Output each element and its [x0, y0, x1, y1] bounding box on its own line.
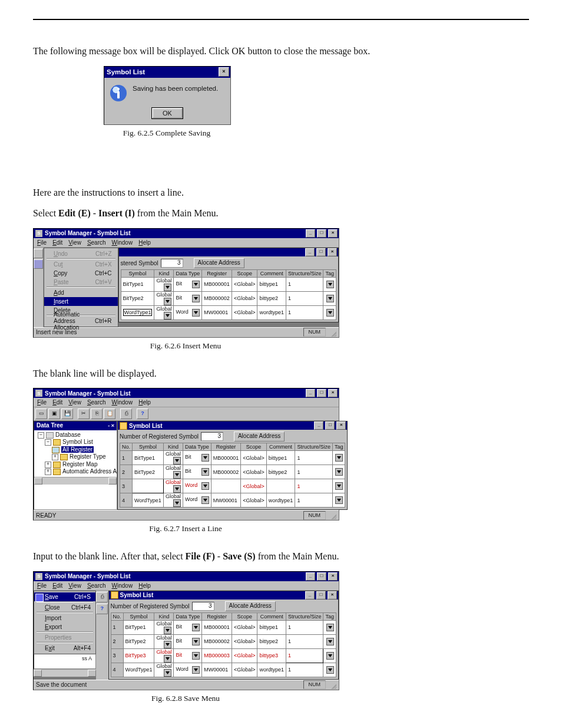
tree-expand-icon[interactable]: + [45, 469, 51, 475]
child-min-icon[interactable]: _ [314, 421, 323, 430]
col-symbol[interactable]: Symbol [123, 612, 154, 620]
chevron-down-icon[interactable] [201, 482, 209, 490]
maximize-icon[interactable]: □ [317, 389, 326, 397]
col-comment[interactable]: Comment [257, 269, 286, 277]
col-register[interactable]: Register [202, 612, 232, 620]
menu-edit[interactable]: Edit [52, 399, 62, 406]
col-tag[interactable]: Tag [323, 612, 336, 620]
chevron-down-icon[interactable] [164, 669, 171, 677]
col-scope[interactable]: Scope [232, 269, 257, 277]
chevron-down-icon[interactable] [326, 295, 334, 302]
chevron-down-icon[interactable] [201, 454, 209, 462]
table-row[interactable]: WordType1 Global Word MW00001 <Global> w… [121, 305, 336, 319]
tool-btn[interactable] [34, 249, 43, 258]
allocate-address-button[interactable]: Alocate Address [225, 601, 276, 611]
chevron-down-icon[interactable] [173, 457, 181, 465]
maximize-icon[interactable]: □ [317, 229, 326, 238]
tool-copy-icon[interactable]: ⎘ [91, 409, 103, 419]
chevron-down-icon[interactable] [164, 641, 171, 648]
tree-collapse-icon[interactable]: − [38, 432, 44, 439]
chevron-down-icon[interactable] [335, 482, 343, 490]
chevron-down-icon[interactable] [326, 309, 334, 317]
col-structure-size[interactable]: Structure/Size [295, 443, 333, 451]
col-dtype[interactable]: Data Type [174, 269, 202, 277]
col-dtype[interactable]: Data Type [183, 443, 211, 451]
col-structure-size[interactable]: Structure/Size [286, 612, 323, 620]
menu-save[interactable]: SaveCtrl+S [34, 592, 95, 601]
chevron-down-icon[interactable] [192, 652, 200, 660]
col-comment[interactable]: Comment [266, 443, 295, 451]
tree-scrollbar[interactable] [34, 477, 117, 485]
tree-collapse-icon[interactable]: − [45, 439, 51, 446]
allocate-address-button[interactable]: Alocate Address [234, 431, 285, 442]
tree-node-register-map[interactable]: Register Map [62, 461, 97, 467]
child-close-icon[interactable]: × [328, 591, 337, 599]
menu-properties[interactable]: Properties [34, 633, 95, 642]
table-row[interactable]: 4 WordType1 Global Word MW00001 <Global>… [120, 493, 345, 508]
chevron-down-icon[interactable] [192, 624, 200, 631]
close-icon[interactable]: × [328, 389, 338, 397]
chevron-down-icon[interactable] [201, 496, 209, 504]
chevron-down-icon[interactable] [192, 309, 200, 317]
menu-close[interactable]: CloseCtrl+F4 [34, 603, 95, 612]
child-min-icon[interactable]: _ [305, 248, 315, 256]
tree-node-register-type[interactable]: Register Type [70, 453, 106, 460]
menu-edit[interactable]: Edit [52, 582, 62, 589]
tool-open-icon[interactable]: ▣ [48, 409, 60, 419]
menu-window[interactable]: Window [112, 399, 133, 406]
chevron-down-icon[interactable] [326, 281, 334, 288]
menu-help[interactable]: Help [138, 582, 151, 589]
col-register[interactable]: Register [202, 269, 232, 277]
col-comment[interactable]: Comment [257, 612, 286, 620]
chevron-down-icon[interactable] [173, 485, 181, 493]
close-icon[interactable]: × [328, 229, 338, 238]
chevron-down-icon[interactable] [164, 284, 171, 291]
menu-search[interactable]: Search [87, 582, 106, 589]
chevron-down-icon[interactable] [326, 652, 334, 660]
chevron-down-icon[interactable] [335, 468, 343, 476]
child-close-icon[interactable]: × [328, 248, 337, 256]
tool-new-icon[interactable]: ▭ [35, 409, 47, 419]
resize-grip-icon[interactable] [328, 511, 336, 519]
col-scope[interactable]: Scope [241, 443, 267, 451]
table-row[interactable]: BitType2 Global Bit MB000002 <Global> bi… [121, 291, 336, 305]
chevron-down-icon[interactable] [192, 638, 200, 645]
col-register[interactable]: Register [211, 443, 241, 451]
tool-btn-active[interactable] [34, 259, 43, 269]
chevron-down-icon[interactable] [164, 298, 171, 305]
menu-insert[interactable]: Insert [44, 297, 118, 306]
menu-file[interactable]: File [37, 582, 47, 589]
scroll-right-icon[interactable] [88, 670, 96, 677]
resize-grip-icon[interactable] [328, 681, 336, 689]
minimize-icon[interactable]: _ [306, 389, 315, 397]
child-max-icon[interactable]: □ [316, 591, 326, 599]
tool-cut-icon[interactable]: ✂ [78, 409, 90, 419]
tool-help-icon[interactable]: ? [96, 604, 108, 614]
menu-undo[interactable]: UndoCtrl+Z [44, 249, 118, 258]
col-scope[interactable]: Scope [232, 612, 257, 620]
col-kind[interactable]: Kind [154, 612, 174, 620]
chevron-down-icon[interactable] [164, 655, 171, 663]
maximize-icon[interactable]: □ [317, 572, 326, 581]
chevron-down-icon[interactable] [164, 312, 171, 319]
chevron-down-icon[interactable] [192, 295, 200, 302]
table-row-new[interactable]: 3 BitType3 Global Bit MB000003 <Global> … [111, 648, 336, 663]
col-symbol[interactable]: Symbol [133, 443, 164, 451]
col-no[interactable]: No. [120, 443, 133, 451]
chevron-down-icon[interactable] [192, 281, 200, 288]
tool-paste-icon[interactable]: 📋 [104, 409, 115, 419]
chevron-down-icon[interactable] [326, 638, 334, 645]
chevron-down-icon[interactable] [335, 496, 343, 504]
col-symbol[interactable]: Symbol [121, 269, 154, 277]
menu-window[interactable]: Window [112, 239, 133, 246]
scroll-left-icon[interactable] [34, 670, 42, 677]
chevron-down-icon[interactable] [326, 624, 334, 631]
child-close-icon[interactable]: × [336, 421, 346, 430]
menu-copy[interactable]: CopyCtrl+C [44, 269, 118, 278]
chevron-down-icon[interactable] [201, 468, 209, 476]
col-kind[interactable]: Kind [163, 443, 183, 451]
tree-node-all-register[interactable]: All Register [61, 446, 94, 453]
menu-auto-addr-alloc[interactable]: Automatic Address AllocationCtrl+R [44, 317, 118, 325]
menu-view[interactable]: View [68, 582, 81, 589]
table-row[interactable]: 1 BitType1 Global Bit MB000001 <Global> … [111, 620, 336, 634]
